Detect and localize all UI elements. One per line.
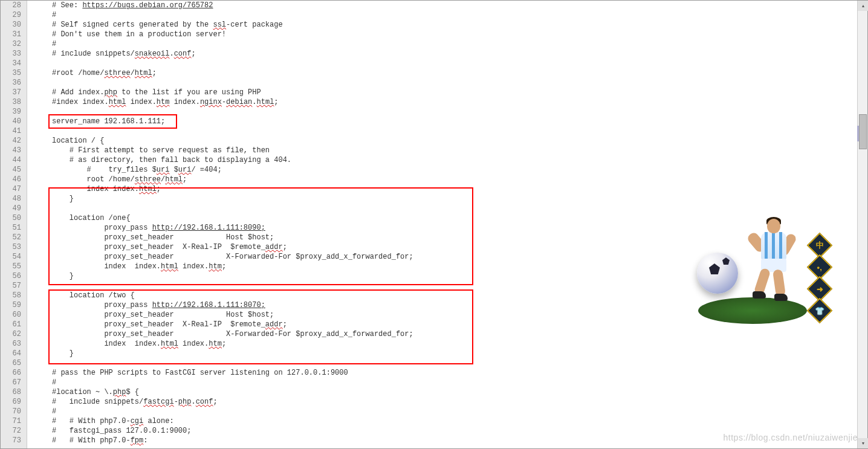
scrollbar-track [857,11,861,438]
line-number: 57 [1,281,27,291]
line-number: 37 [1,88,27,97]
line-number: 50 [1,213,27,223]
line-number: 45 [1,165,27,175]
line-number: 68 [1,387,27,397]
code-line[interactable] [30,204,851,213]
code-line[interactable]: # include snippets/fastcgi-php.conf; [30,397,851,407]
line-number: 40 [1,117,27,126]
line-number: 47 [1,184,27,194]
line-number: 38 [1,97,27,107]
ime-badge-skin[interactable]: 👕 [807,298,832,323]
line-number: 28 [1,1,27,10]
scroll-thumb[interactable] [859,114,867,149]
line-number: 62 [1,329,27,339]
code-line[interactable]: root /home/sthree/html; [30,175,851,184]
code-line[interactable]: index index.html; [30,184,851,194]
code-line[interactable]: } [30,271,851,281]
code-line[interactable]: #location ~ \.php$ { [30,387,851,397]
code-line[interactable] [30,281,851,291]
code-line[interactable]: location /two { [30,291,851,300]
code-line[interactable]: } [30,349,851,358]
code-line[interactable] [30,107,851,117]
scroll-up-arrow[interactable]: ▴ [858,1,868,11]
line-number: 54 [1,252,27,262]
line-number: 56 [1,271,27,281]
code-line[interactable]: # [30,407,851,416]
line-number: 51 [1,223,27,233]
code-line[interactable]: proxy_set_header Host $host; [30,233,851,242]
line-number: 66 [1,368,27,378]
vertical-scrollbar[interactable]: ▴ ▾ [857,1,867,448]
line-number: 32 [1,39,27,49]
line-number: 48 [1,194,27,204]
line-number: 35 [1,68,27,78]
code-line[interactable]: location / { [30,136,851,146]
line-number: 72 [1,426,27,436]
code-line[interactable]: # include snippets/snakeoil.conf; [30,49,851,59]
line-number: 59 [1,300,27,310]
code-line[interactable] [30,358,851,368]
line-number: 44 [1,155,27,165]
code-line[interactable]: server_name 192.168.1.111; [30,117,851,126]
code-line[interactable]: proxy_set_header X-Real-IP $remote_addr; [30,242,851,252]
code-line[interactable]: location /one{ [30,213,851,223]
line-number: 41 [1,126,27,136]
code-line[interactable]: #root /home/sthree/html; [30,68,851,78]
line-number: 64 [1,349,27,358]
code-line[interactable]: #index index.html index.htm index.nginx-… [30,97,851,107]
code-line[interactable]: proxy_set_header X-Real-IP $remote_addr; [30,320,851,329]
line-number: 60 [1,310,27,320]
code-line[interactable]: # [30,378,851,387]
code-line[interactable]: # Add index.php to the list if you are u… [30,88,851,97]
code-line[interactable]: proxy_set_header X-Forwarded-For $proxy_… [30,252,851,262]
code-line[interactable]: # try_files $uri $uri/ =404; [30,165,851,175]
code-area[interactable]: # See: https://bugs.debian.org/765782## … [27,1,851,448]
line-number: 53 [1,242,27,252]
line-number: 58 [1,291,27,300]
line-number: 63 [1,339,27,349]
code-line[interactable]: proxy_set_header Host $host; [30,310,851,320]
line-number: 33 [1,49,27,59]
line-number: 34 [1,59,27,68]
line-number: 46 [1,175,27,184]
line-number: 70 [1,407,27,416]
line-number: 73 [1,436,27,445]
watermark-text: https://blog.csdn.net/niuzaiwenjie [724,433,858,442]
line-number: 39 [1,107,27,117]
code-line[interactable]: # First attempt to serve request as file… [30,146,851,155]
line-number-gutter: 2829303132333435363738394041424344454647… [1,1,27,448]
code-line[interactable]: # # With php7.0-cgi alone: [30,416,851,426]
code-line[interactable]: # Don't use them in a production server! [30,30,851,39]
code-line[interactable] [30,78,851,88]
code-line[interactable]: # pass the PHP scripts to FastCGI server… [30,368,851,378]
line-number: 43 [1,146,27,155]
code-line[interactable] [30,59,851,68]
line-number: 30 [1,20,27,30]
code-line[interactable]: proxy_pass http://192.168.1.111:8090; [30,223,851,233]
line-number: 42 [1,136,27,146]
line-number: 55 [1,262,27,271]
code-line[interactable]: # [30,39,851,49]
line-number: 61 [1,320,27,329]
line-number: 52 [1,233,27,242]
line-number: 36 [1,78,27,88]
line-number: 65 [1,358,27,368]
line-number: 29 [1,10,27,20]
code-line[interactable]: index index.html index.htm; [30,262,851,271]
scroll-down-arrow[interactable]: ▾ [858,438,868,448]
line-number: 69 [1,397,27,407]
ime-toolbar: 中 •, ➜ 👕 [811,236,829,320]
code-line[interactable]: index index.html index.htm; [30,339,851,349]
code-line[interactable]: proxy_set_header X-Forwarded-For $proxy_… [30,329,851,339]
code-line[interactable]: # [30,10,851,20]
code-line[interactable]: proxy_pass http://192.168.1.111:8070; [30,300,851,310]
code-line[interactable]: } [30,194,851,204]
code-line[interactable] [30,126,851,136]
code-line[interactable]: # Self signed certs generated by the ssl… [30,20,851,30]
line-number: 67 [1,378,27,387]
code-line[interactable]: # See: https://bugs.debian.org/765782 [30,1,851,10]
line-number: 31 [1,30,27,39]
line-number: 71 [1,416,27,426]
code-line[interactable]: # as directory, then fall back to displa… [30,155,851,165]
line-number: 49 [1,204,27,213]
